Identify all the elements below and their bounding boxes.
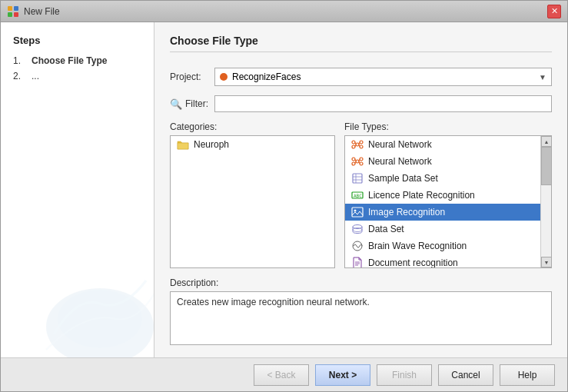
file-type-label: Neural Network [368,156,432,167]
bottom-bar: < Back Next > Finish Cancel Help [1,357,567,391]
filter-label: 🔍 Filter: [170,98,208,110]
close-button[interactable]: ✕ [547,5,561,18]
svg-rect-6 [178,143,188,149]
list-item[interactable]: ABC Licence Plate Recognition [345,187,540,204]
file-types-container: File Types: [344,121,552,268]
title-bar: New File ✕ [1,1,567,22]
steps-panel: Steps 1. Choose File Type 2. ... [1,22,154,357]
next-button[interactable]: Next > [315,364,370,386]
steps-title: Steps [13,35,141,46]
neural-network-2-icon [351,155,364,168]
file-type-label: Licence Plate Recognition [368,190,475,201]
svg-line-22 [355,161,356,164]
steps-list: 1. Choose File Type 2. ... [13,55,141,81]
step-label-1: Choose File Type [32,55,107,66]
filter-label-text: Filter: [185,98,208,109]
svg-rect-0 [8,6,12,11]
list-item[interactable]: Document recognition [345,254,540,267]
svg-point-32 [354,210,357,212]
file-type-label: Sample Data Set [368,173,438,184]
scroll-thumb[interactable] [541,147,552,185]
project-value: RecognizeFaces [232,71,539,82]
search-icon: 🔍 [170,98,182,110]
svg-point-7 [352,141,355,144]
svg-rect-1 [14,6,18,11]
list-item[interactable]: Neuroph [171,136,334,153]
description-section: Description: Creates new image recogniti… [170,277,552,345]
content-area: Steps 1. Choose File Type 2. ... [1,22,567,357]
svg-point-20 [360,162,363,165]
description-text: Creates new image recognition neural net… [170,291,552,345]
scroll-up-button[interactable]: ▲ [541,136,552,147]
svg-line-21 [355,159,356,161]
file-list-scroll[interactable]: Neural Network [345,136,551,267]
category-item-label: Neuroph [194,139,229,150]
categories-list[interactable]: Neuroph [170,135,335,268]
watermark-graphic [38,234,154,357]
svg-line-12 [355,142,356,145]
filter-row: 🔍 Filter: [170,95,552,112]
project-row: Project: RecognizeFaces ▼ [170,68,552,86]
scroll-down-button[interactable]: ▼ [541,257,552,267]
list-item[interactable]: Neural Network [345,153,540,170]
svg-line-23 [359,159,360,161]
svg-point-11 [360,145,363,148]
cancel-button[interactable]: Cancel [438,364,493,386]
scrollbar[interactable]: ▲ ▼ [540,136,551,267]
step-item-1: 1. Choose File Type [13,55,141,66]
svg-line-24 [359,161,360,164]
document-icon [351,257,364,267]
svg-point-35 [353,241,362,251]
svg-point-18 [356,160,359,163]
project-dropdown[interactable]: RecognizeFaces ▼ [214,68,552,86]
svg-rect-2 [8,12,12,17]
lists-row: Categories: Neuroph [170,121,552,268]
svg-point-17 [352,162,355,165]
help-button[interactable]: Help [500,364,555,386]
project-dot [220,73,228,81]
step-label-2: ... [32,71,39,81]
svg-point-10 [360,141,363,144]
title-bar-left: New File [7,5,60,18]
chevron-down-icon: ▼ [539,73,546,81]
file-type-label: Brain Wave Recognition [368,241,467,251]
svg-line-13 [355,145,356,147]
list-item[interactable]: Neural Network [345,136,540,153]
svg-point-19 [360,158,363,161]
licence-plate-icon: ABC [351,189,364,201]
file-type-label: Data Set [368,224,404,234]
description-label: Description: [170,277,552,288]
list-item[interactable]: Data Set [345,221,540,238]
window-title: New File [24,6,60,17]
list-item[interactable]: Brain Wave Recognition [345,238,540,254]
list-item[interactable]: Image Recognition [345,204,540,221]
brain-wave-icon [351,240,364,252]
list-item[interactable]: Sample Data Set [345,170,540,187]
svg-point-8 [352,145,355,148]
svg-rect-25 [353,174,362,183]
data-set-icon [351,223,364,235]
categories-container: Categories: Neuroph [170,121,335,268]
svg-rect-31 [352,208,363,217]
file-types-list: Neural Network [344,135,552,268]
categories-label: Categories: [170,121,335,132]
finish-button[interactable]: Finish [377,364,432,386]
svg-line-15 [359,145,360,147]
main-panel: Choose File Type Project: RecognizeFaces… [154,22,567,357]
step-number-2: 2. [13,71,27,81]
window-icon [7,5,19,18]
svg-point-16 [352,158,355,161]
file-type-label: Neural Network [368,139,432,150]
svg-point-9 [356,143,359,146]
step-number-1: 1. [13,55,27,66]
step-item-2: 2. ... [13,71,141,81]
main-window: New File ✕ Steps 1. Choose File Type 2. … [0,0,568,392]
project-label: Project: [170,71,208,82]
section-title: Choose File Type [170,35,552,52]
file-type-label: Image Recognition [368,207,445,218]
file-types-label: File Types: [344,121,552,132]
back-button[interactable]: < Back [254,364,309,386]
file-type-label: Document recognition [368,257,458,267]
filter-input[interactable] [214,95,552,112]
sample-data-icon [351,172,364,184]
